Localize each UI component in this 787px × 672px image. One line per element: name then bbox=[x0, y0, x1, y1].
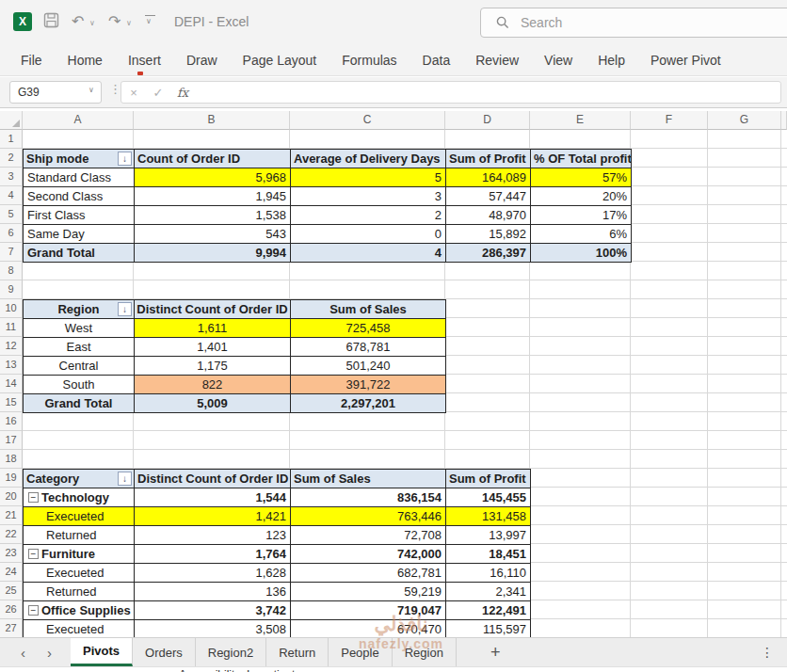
tab-data[interactable]: Data bbox=[423, 53, 451, 68]
cell-c19[interactable]: Sum of Sales bbox=[291, 470, 446, 488]
cancel-icon[interactable]: × bbox=[121, 86, 146, 100]
cell-a13[interactable]: Central bbox=[24, 357, 135, 376]
column-header-e[interactable]: E bbox=[530, 111, 631, 130]
cell-a22[interactable]: Returned bbox=[24, 526, 135, 545]
cell-a14[interactable]: South bbox=[24, 376, 135, 394]
cell-d19[interactable]: Sum of Profit bbox=[446, 470, 531, 488]
customize-quick-access-icon[interactable]: ∨ bbox=[145, 15, 155, 16]
formula-input[interactable] bbox=[204, 83, 780, 102]
cell-c10[interactable]: Sum of Sales bbox=[291, 300, 446, 319]
cell-e2[interactable]: % OF Total profit bbox=[531, 150, 632, 168]
row-header[interactable]: 6 bbox=[0, 224, 23, 243]
collapse-icon[interactable]: − bbox=[28, 605, 39, 616]
row-header[interactable]: 1 bbox=[0, 130, 23, 149]
search-input[interactable] bbox=[519, 14, 745, 31]
row-header[interactable]: 27 bbox=[0, 619, 23, 637]
cell-a3[interactable]: Standard Class bbox=[24, 168, 135, 187]
cell-a27[interactable]: Execueted bbox=[24, 620, 135, 637]
select-all-corner[interactable] bbox=[0, 111, 23, 130]
cell-d23[interactable]: 18,451 bbox=[446, 545, 531, 564]
tab-page-layout[interactable]: Page Layout bbox=[243, 53, 317, 68]
collapse-icon[interactable]: − bbox=[28, 549, 39, 559]
tab-home[interactable]: Home bbox=[68, 53, 103, 68]
cell-b25[interactable]: 136 bbox=[135, 583, 291, 601]
cell-c7[interactable]: 4 bbox=[291, 244, 446, 263]
cell-b3[interactable]: 5,968 bbox=[135, 168, 291, 187]
cell-c2[interactable]: Average of Delivery Days bbox=[291, 150, 446, 168]
cell-d7[interactable]: 286,397 bbox=[446, 244, 531, 263]
tab-review[interactable]: Review bbox=[475, 53, 519, 68]
cell-d25[interactable]: 2,341 bbox=[446, 583, 531, 601]
cell-b11[interactable]: 1,611 bbox=[135, 319, 291, 338]
cell-d20[interactable]: 145,455 bbox=[446, 488, 531, 507]
row-header[interactable]: 14 bbox=[0, 375, 23, 393]
row-header[interactable]: 11 bbox=[0, 318, 23, 337]
cell-d4[interactable]: 57,447 bbox=[446, 187, 531, 206]
cell-b15[interactable]: 5,009 bbox=[135, 394, 291, 413]
sheet-tab-people[interactable]: People bbox=[329, 638, 392, 666]
sheet-tab-return[interactable]: Return bbox=[266, 638, 329, 666]
cell-c27[interactable]: 670,470 bbox=[291, 620, 446, 637]
name-box-dropdown-icon[interactable]: ∨ bbox=[88, 86, 94, 94]
cell-a20[interactable]: −Technology bbox=[24, 488, 135, 507]
row-header[interactable]: 17 bbox=[0, 431, 23, 450]
cell-b12[interactable]: 1,401 bbox=[135, 338, 291, 357]
new-sheet-icon[interactable]: + bbox=[490, 638, 501, 666]
cell-a26[interactable]: −Office Supplies bbox=[24, 601, 135, 620]
row-header[interactable]: 4 bbox=[0, 186, 23, 205]
cell-a6[interactable]: Same Day bbox=[24, 225, 135, 244]
cell-c15[interactable]: 2,297,201 bbox=[291, 394, 446, 413]
cell-b13[interactable]: 1,175 bbox=[135, 357, 291, 376]
prev-sheet-icon[interactable]: ‹ bbox=[21, 645, 25, 661]
row-header[interactable]: 19 bbox=[0, 469, 23, 488]
cell-d24[interactable]: 16,110 bbox=[446, 564, 531, 583]
cell-b24[interactable]: 1,628 bbox=[135, 564, 291, 583]
cell-c25[interactable]: 59,219 bbox=[291, 583, 446, 601]
redo-icon[interactable]: ↷ bbox=[108, 12, 120, 31]
cell-c21[interactable]: 763,446 bbox=[291, 507, 446, 526]
cell-b20[interactable]: 1,544 bbox=[135, 488, 291, 507]
cell-a5[interactable]: First Class bbox=[24, 206, 135, 225]
cell-d21[interactable]: 131,458 bbox=[446, 507, 531, 526]
cell-b26[interactable]: 3,742 bbox=[135, 601, 291, 620]
cell-c5[interactable]: 2 bbox=[291, 206, 446, 225]
row-header[interactable]: 22 bbox=[0, 525, 23, 544]
row-header[interactable]: 21 bbox=[0, 506, 23, 525]
row-header[interactable]: 2 bbox=[0, 149, 23, 168]
row-header[interactable]: 24 bbox=[0, 563, 23, 582]
cell-c6[interactable]: 0 bbox=[291, 225, 446, 244]
cell-b2[interactable]: Count of Order ID bbox=[135, 150, 291, 168]
save-icon[interactable] bbox=[43, 12, 59, 28]
tab-help[interactable]: Help bbox=[598, 53, 625, 68]
cell-a15[interactable]: Grand Total bbox=[24, 394, 135, 413]
column-header-a[interactable]: A bbox=[23, 111, 134, 130]
cell-b4[interactable]: 1,945 bbox=[135, 187, 291, 206]
cell-d5[interactable]: 48,970 bbox=[446, 206, 531, 225]
column-header-c[interactable]: C bbox=[290, 111, 445, 130]
cell-c3[interactable]: 5 bbox=[291, 168, 446, 187]
cell-a4[interactable]: Second Class bbox=[24, 187, 135, 206]
tab-power-pivot[interactable]: Power Pivot bbox=[650, 53, 721, 68]
collapse-icon[interactable]: − bbox=[28, 492, 39, 503]
cell-a19[interactable]: Category↓ bbox=[24, 470, 135, 488]
row-header[interactable]: 26 bbox=[0, 600, 23, 619]
undo-icon[interactable]: ↶ bbox=[72, 12, 84, 31]
row-header[interactable]: 16 bbox=[0, 412, 23, 431]
column-header-f[interactable]: F bbox=[631, 111, 708, 130]
cell-d26[interactable]: 122,491 bbox=[446, 601, 531, 620]
column-header-d[interactable]: D bbox=[445, 111, 530, 130]
cell-b7[interactable]: 9,994 bbox=[135, 244, 291, 263]
cell-c24[interactable]: 682,781 bbox=[291, 564, 446, 583]
sort-filter-icon[interactable]: ↓ bbox=[118, 302, 132, 316]
cell-c14[interactable]: 391,722 bbox=[291, 376, 446, 394]
insert-function-icon[interactable]: fx bbox=[170, 86, 195, 100]
cell-c23[interactable]: 742,000 bbox=[291, 545, 446, 564]
cell-c4[interactable]: 3 bbox=[291, 187, 446, 206]
row-header[interactable]: 3 bbox=[0, 168, 23, 186]
tab-draw[interactable]: Draw bbox=[186, 53, 217, 68]
row-header[interactable]: 15 bbox=[0, 393, 23, 412]
row-header[interactable]: 23 bbox=[0, 544, 23, 563]
column-header-g[interactable]: G bbox=[708, 111, 781, 130]
cell-e3[interactable]: 57% bbox=[531, 168, 632, 187]
cell-a24[interactable]: Execueted bbox=[24, 564, 135, 583]
